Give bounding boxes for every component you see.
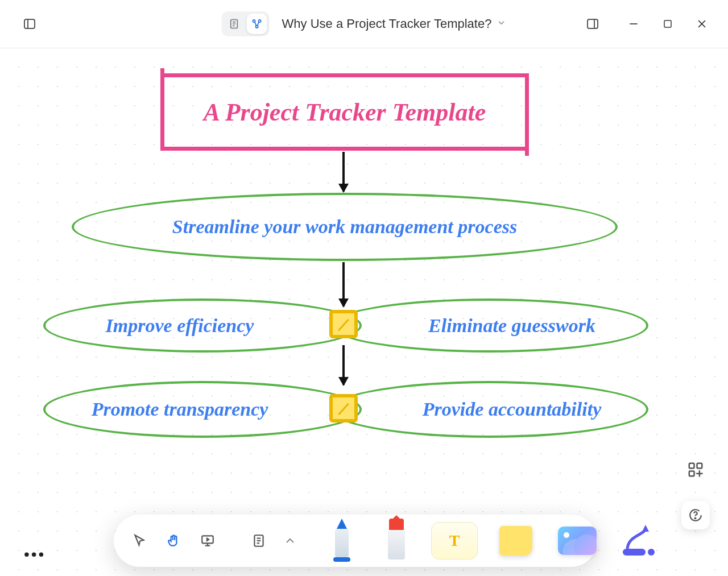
top-bar: Why Use a Project Tracker Template?: [0, 0, 728, 48]
diagram: A Project Tracker Template Streamline yo…: [2, 48, 726, 574]
diagram-title-text: A Project Tracker Template: [204, 98, 486, 127]
document-icon: [229, 18, 240, 30]
outline-mode-button[interactable]: [224, 14, 245, 34]
note-icon: [251, 533, 266, 548]
junction-token-2[interactable]: [329, 394, 358, 422]
node-streamline-text: Streamline your work management process: [172, 216, 517, 238]
svg-rect-30: [623, 549, 646, 556]
pen-icon: [330, 519, 353, 563]
chevron-down-icon: [496, 16, 506, 31]
connector-icon: [621, 524, 657, 558]
text-icon: T: [449, 532, 460, 550]
shapes-panel-button[interactable]: [681, 455, 710, 484]
presentation-icon: [200, 533, 215, 548]
arrow-1: [342, 152, 345, 192]
close-icon: [696, 18, 708, 30]
arrow-3: [342, 345, 345, 385]
connector-tool-button[interactable]: [615, 522, 662, 560]
window-close-button[interactable]: [694, 16, 710, 32]
pen-tool-button[interactable]: [322, 521, 362, 561]
help-icon: [688, 508, 703, 523]
help-button[interactable]: [681, 501, 710, 529]
svg-rect-15: [689, 463, 694, 469]
svg-marker-29: [642, 525, 649, 532]
svg-rect-12: [664, 20, 671, 27]
maximize-icon: [663, 19, 673, 29]
node-streamline[interactable]: Streamline your work management process: [72, 193, 618, 261]
chevron-up-icon: [283, 533, 297, 548]
sidebar-icon: [23, 17, 36, 31]
image-tool-button[interactable]: [554, 522, 601, 560]
eraser-tool-button[interactable]: [377, 521, 416, 561]
more-options-button[interactable]: •••: [24, 545, 46, 563]
node-eliminate-text: Eliminate guesswork: [428, 315, 595, 337]
node-efficiency-text: Improve efficiency: [106, 315, 254, 337]
diagram-title-node[interactable]: A Project Tracker Template: [160, 73, 529, 151]
image-icon: [558, 527, 597, 555]
svg-point-31: [648, 549, 655, 556]
eraser-icon: [385, 519, 408, 563]
node-accountability[interactable]: Provide accountability: [330, 381, 648, 438]
svg-point-20: [695, 518, 696, 519]
sticky-note-icon: [499, 526, 532, 556]
shapes-add-icon: [687, 461, 704, 478]
svg-point-6: [253, 20, 255, 22]
window-minimize-button[interactable]: [626, 16, 642, 32]
whiteboard-canvas[interactable]: A Project Tracker Template Streamline yo…: [2, 48, 726, 574]
pointer-tool-button[interactable]: [126, 528, 152, 554]
note-expand-button[interactable]: [283, 528, 297, 554]
svg-rect-9: [588, 19, 598, 28]
svg-rect-17: [689, 471, 694, 476]
svg-rect-16: [697, 463, 702, 469]
minimize-icon: [628, 18, 639, 30]
split-view-button[interactable]: [581, 13, 604, 35]
node-efficiency[interactable]: Improve efficiency: [43, 299, 362, 353]
node-transparency-text: Promote transparency: [92, 399, 268, 420]
sticky-note-tool-button[interactable]: [493, 522, 539, 560]
junction-token-1[interactable]: [329, 310, 358, 338]
svg-rect-0: [24, 19, 35, 28]
note-outline-button[interactable]: [246, 528, 272, 554]
svg-point-7: [258, 20, 260, 22]
pointer-icon: [132, 533, 147, 548]
bottom-toolbar: T: [114, 515, 597, 567]
split-view-icon: [586, 17, 599, 31]
node-eliminate[interactable]: Eliminate guesswork: [330, 299, 648, 353]
node-accountability-text: Provide accountability: [423, 399, 601, 420]
window-maximize-button[interactable]: [660, 16, 676, 32]
svg-marker-22: [207, 538, 209, 541]
arrow-2: [342, 262, 345, 306]
mindmap-icon: [251, 18, 263, 30]
hand-tool-button[interactable]: [160, 528, 187, 554]
node-transparency[interactable]: Promote transparency: [43, 381, 362, 438]
view-mode-switch: [222, 11, 270, 36]
more-icon: •••: [24, 545, 46, 563]
mindmap-mode-button[interactable]: [247, 14, 267, 34]
text-tool-button[interactable]: T: [431, 522, 478, 560]
sidebar-toggle-button[interactable]: [18, 13, 41, 35]
document-title-text: Why Use a Project Tracker Template?: [282, 16, 492, 31]
hand-icon: [166, 533, 181, 548]
document-title-dropdown[interactable]: Why Use a Project Tracker Template?: [282, 16, 507, 31]
present-tool-button[interactable]: [195, 528, 221, 554]
